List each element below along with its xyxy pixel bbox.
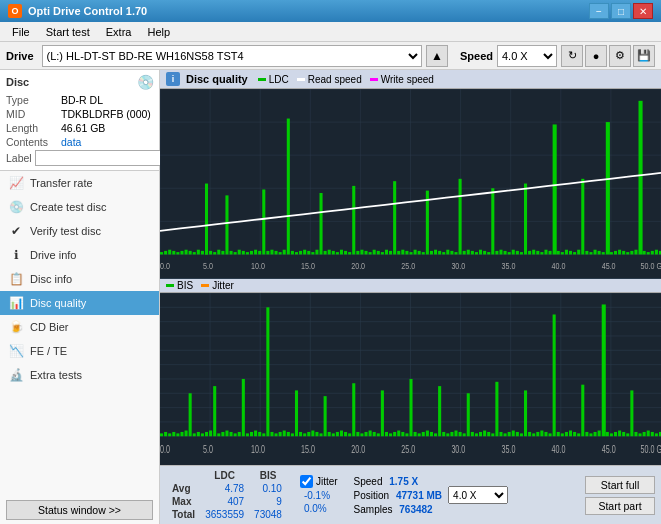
disc-icon[interactable]: 💿 xyxy=(137,74,153,90)
nav-disc-info[interactable]: 📋 Disc info xyxy=(0,267,159,291)
settings-icon[interactable]: ⚙ xyxy=(609,45,631,67)
svg-rect-138 xyxy=(647,252,650,254)
svg-rect-235 xyxy=(348,433,351,436)
svg-rect-276 xyxy=(516,432,519,436)
fe-te-icon: 📉 xyxy=(8,343,24,359)
nav-extra-tests[interactable]: 🔬 Extra tests xyxy=(0,363,159,387)
save-icon[interactable]: 💾 xyxy=(633,45,655,67)
nav-transfer-rate[interactable]: 📈 Transfer rate xyxy=(0,171,159,195)
eject-button[interactable]: ▲ xyxy=(426,45,448,67)
svg-rect-293 xyxy=(585,432,588,436)
disc-label-input[interactable] xyxy=(35,150,168,166)
start-full-button[interactable]: Start full xyxy=(585,476,655,494)
svg-rect-37 xyxy=(234,252,237,254)
svg-rect-301 xyxy=(618,431,621,437)
svg-rect-283 xyxy=(544,432,547,436)
legend-write-label: Write speed xyxy=(381,74,434,85)
svg-text:10.0: 10.0 xyxy=(251,261,265,271)
svg-rect-217 xyxy=(275,433,278,436)
start-part-button[interactable]: Start part xyxy=(585,497,655,515)
svg-rect-277 xyxy=(520,433,523,436)
nav-disc-quality[interactable]: 📊 Disc quality xyxy=(0,291,159,315)
status-window-button[interactable]: Status window >> xyxy=(6,500,153,520)
menu-file[interactable]: File xyxy=(4,24,38,40)
svg-rect-34 xyxy=(221,251,224,255)
svg-rect-108 xyxy=(524,184,527,255)
legend-jitter: Jitter xyxy=(201,280,234,291)
svg-rect-201 xyxy=(209,431,212,437)
svg-rect-198 xyxy=(197,432,200,436)
svg-rect-254 xyxy=(426,431,429,437)
svg-text:10.0: 10.0 xyxy=(251,444,265,456)
svg-rect-47 xyxy=(275,251,278,255)
svg-rect-240 xyxy=(369,431,372,437)
svg-rect-220 xyxy=(287,432,290,436)
svg-rect-67 xyxy=(356,251,359,255)
nav-cd-bier[interactable]: 🍺 CD Bier xyxy=(0,315,159,339)
svg-rect-27 xyxy=(197,250,200,255)
record-icon[interactable]: ● xyxy=(585,45,607,67)
svg-rect-50 xyxy=(287,119,290,255)
chart-header: i Disc quality LDC Read speed Write spee… xyxy=(160,70,661,89)
legend-read-label: Read speed xyxy=(308,74,362,85)
disc-length-value: 46.61 GB xyxy=(61,122,105,134)
svg-rect-89 xyxy=(446,250,449,255)
svg-text:35.0: 35.0 xyxy=(501,444,515,456)
svg-rect-222 xyxy=(295,391,298,437)
stats-table: LDC BIS Avg 4.78 0.10 Max 407 9 Total 36… xyxy=(166,468,288,522)
svg-rect-115 xyxy=(553,124,557,254)
avg-ldc-value: 4.78 xyxy=(201,483,248,494)
svg-rect-87 xyxy=(438,251,441,255)
svg-text:40.0: 40.0 xyxy=(552,261,566,271)
menu-help[interactable]: Help xyxy=(139,24,178,40)
nav-fe-te[interactable]: 📉 FE / TE xyxy=(0,339,159,363)
svg-rect-82 xyxy=(418,251,421,255)
svg-rect-86 xyxy=(434,250,437,255)
svg-rect-197 xyxy=(193,433,196,436)
nav-create-test-disc[interactable]: 💿 Create test disc xyxy=(0,195,159,219)
legend-jitter-dot xyxy=(201,284,209,287)
nav-disc-info-label: Disc info xyxy=(30,273,72,285)
svg-rect-279 xyxy=(528,432,531,436)
svg-rect-100 xyxy=(491,188,494,254)
refresh-icon[interactable]: ↻ xyxy=(561,45,583,67)
svg-text:0.0: 0.0 xyxy=(160,261,170,271)
position-label: Position xyxy=(354,490,390,501)
svg-rect-80 xyxy=(409,252,412,254)
avg-label: Avg xyxy=(168,483,199,494)
svg-text:50.0 GB: 50.0 GB xyxy=(641,444,661,456)
svg-rect-209 xyxy=(242,379,245,436)
svg-rect-205 xyxy=(225,431,228,437)
svg-rect-239 xyxy=(364,432,367,436)
nav-verify-test-disc[interactable]: ✔ Verify test disc xyxy=(0,219,159,243)
speed-selector[interactable]: 4.0 X xyxy=(448,486,508,504)
svg-rect-266 xyxy=(475,433,478,436)
close-button[interactable]: ✕ xyxy=(633,3,653,19)
minimize-button[interactable]: − xyxy=(589,3,609,19)
svg-rect-256 xyxy=(434,433,437,436)
svg-rect-190 xyxy=(164,432,167,436)
menu-start-test[interactable]: Start test xyxy=(38,24,98,40)
main-layout: Disc 💿 Type BD-R DL MID TDKBLDRFB (000) … xyxy=(0,70,661,524)
nav-drive-info[interactable]: ℹ Drive info xyxy=(0,243,159,267)
disc-mid-label: MID xyxy=(6,108,61,120)
svg-rect-291 xyxy=(577,433,580,436)
drive-select[interactable]: (L:) HL-DT-ST BD-RE WH16NS58 TST4 xyxy=(42,45,422,67)
svg-rect-23 xyxy=(180,251,183,255)
svg-rect-21 xyxy=(172,251,175,255)
maximize-button[interactable]: □ xyxy=(611,3,631,19)
menu-extra[interactable]: Extra xyxy=(98,24,140,40)
svg-rect-55 xyxy=(307,251,310,255)
max-bis-value: 9 xyxy=(250,496,286,507)
svg-rect-48 xyxy=(279,252,282,254)
nav-disc-quality-label: Disc quality xyxy=(30,297,86,309)
svg-rect-192 xyxy=(172,432,175,436)
svg-rect-139 xyxy=(651,251,654,255)
speed-select[interactable]: 4.0 X xyxy=(497,45,557,67)
svg-text:45.0: 45.0 xyxy=(602,261,616,271)
svg-rect-26 xyxy=(193,252,196,254)
svg-rect-269 xyxy=(487,432,490,436)
svg-rect-280 xyxy=(532,433,535,436)
jitter-checkbox[interactable] xyxy=(300,475,313,488)
svg-rect-296 xyxy=(598,431,601,437)
